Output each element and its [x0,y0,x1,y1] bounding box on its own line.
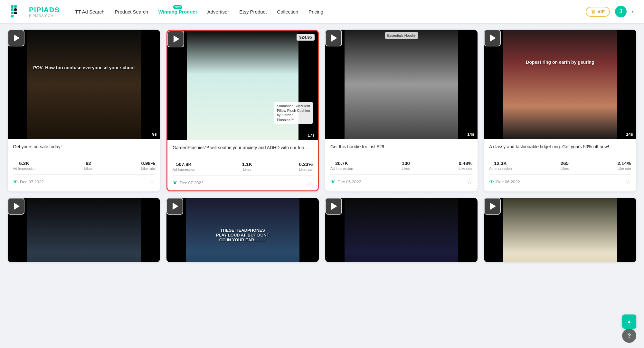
svg-rect-1 [11,8,14,11]
nav-collection[interactable]: Collection [277,9,298,15]
stats-row: 20.7K Ad Impression 100 Likes 0.48% Like… [330,160,472,170]
ad-card[interactable]: La carcasa de teléfonomás bonita del mer… [484,198,636,262]
nav-winning-product[interactable]: New Winning Product [158,9,197,15]
like-rate-value: 2.14% [617,160,631,166]
logo-sub: PIPIADS.COM [29,14,60,18]
eye-icon: 👁 [13,179,18,185]
play-button[interactable] [8,198,24,215]
eye-icon: 👁 [173,180,178,186]
vip-label: VIP [597,9,605,14]
like-rate-label: Like rate [299,168,313,171]
card-footer: 👁 Dec 07 2022 ☆ [13,174,155,186]
stat-like-rate: 0.48% Like rate [459,160,472,170]
play-button[interactable] [8,30,24,46]
card-title: Get yours on sale today! [13,144,155,157]
nav-advertiser[interactable]: Advertiser [207,9,229,15]
svg-rect-2 [11,12,14,14]
card-thumbnail: Trying out theTiktok viralDress in [8,198,160,262]
ad-card[interactable]: $24.95 Simulation Succulent Pillow Plush… [166,30,319,191]
stat-likes: 100 Likes [402,160,410,170]
likes-value: 1.1K [242,161,252,167]
card-title: GardenPlushies™ will soothe your anxiety… [173,145,313,158]
likes-value: 265 [561,160,569,166]
impression-label: Ad Impression [13,167,35,170]
card-date: Dec 06 2022 [496,179,520,184]
likes-label: Likes [242,168,252,171]
logo[interactable]: PiPiADS PIPIADS.COM [10,4,60,19]
nav-tt-ad-search[interactable]: TT Ad Search [75,9,104,15]
eye-icon: 👁 [330,179,336,185]
like-rate-value: 0.23% [299,161,313,167]
card-thumbnail: POV: How too confuse everyone at your sc… [8,30,160,139]
card-thumbnail: $24.95 Simulation Succulent Pillow Plush… [167,31,318,140]
duration-badge: 9s [152,132,157,137]
play-button[interactable] [325,30,342,46]
card-body: Get yours on sale today! 6.2K Ad Impress… [8,139,160,189]
crown-icon: ♛ [591,9,595,15]
card-date: Dec 07 2022 [180,180,204,185]
star-icon[interactable]: ☆ [467,178,472,186]
stats-row: 6.2K Ad Impression 62 Likes 0.98% Like r… [13,160,155,170]
card-thumbnail: La carcasa de teléfonomás bonita del mer… [484,198,636,262]
nav-etsy-product[interactable]: Etsy Product [239,9,267,15]
logo-text: PiPiADS PIPIADS.COM [29,6,60,18]
play-button[interactable] [484,198,501,215]
card-title: A classy and fashionable fidget ring. Ge… [489,144,631,157]
stat-likes: 265 Likes [561,160,569,170]
stat-likes: 62 Likes [84,160,93,170]
star-icon[interactable]: ☆ [625,178,631,186]
like-rate-label: Like rate [141,167,155,170]
star-icon[interactable]: ☆ [149,178,155,186]
ad-grid: POV: How too confuse everyone at your sc… [0,23,644,269]
play-button[interactable] [325,198,342,215]
eye-date: 👁 Dec 06 2022 [330,179,361,185]
new-badge: New [173,5,183,9]
duration-badge: 14s [467,132,474,137]
play-button[interactable] [167,31,184,47]
stat-like-rate: 0.98% Like rate [141,160,155,170]
impression-value: 6.2K [13,160,35,166]
dropdown-arrow-icon[interactable]: ▾ [632,9,634,14]
ad-card[interactable] [325,198,478,262]
ad-card[interactable]: THESE HEADPHONESPLAY LOUD AF BUT DONTGO … [166,198,319,262]
nav-right: ♛ VIP J ▾ [586,6,634,17]
nav-pricing[interactable]: Pricing [308,9,323,15]
card-thumbnail: Essentials Hoodie 14s [325,30,478,139]
card-thumbnail: Dopest ring on earth by geuring 14s [484,30,636,139]
star-icon[interactable]: ☆ [307,179,313,187]
ad-card[interactable]: Trying out theTiktok viralDress in [8,198,160,262]
impression-value: 20.7K [330,160,353,166]
likes-value: 100 [402,160,410,166]
nav-product-search[interactable]: Product Search [115,9,148,15]
stat-like-rate: 0.23% Like rate [299,161,313,171]
card-footer: 👁 Dec 06 2022 ☆ [330,174,472,186]
vip-button[interactable]: ♛ VIP [586,7,610,17]
play-button[interactable] [484,30,501,46]
like-rate-label: Like rate [459,167,472,170]
impression-value: 507.8K [173,161,195,167]
logo-main: PiPiADS [29,6,60,14]
like-rate-value: 0.48% [459,160,472,166]
ad-card[interactable]: Essentials Hoodie 14s Get this hoodie fo… [325,30,478,191]
ad-card[interactable]: Dopest ring on earth by geuring 14s A cl… [484,30,636,191]
navbar: PiPiADS PIPIADS.COM TT Ad Search Product… [0,0,644,23]
like-rate-label: Like rate [617,167,631,170]
stat-impressions: 12.3K Ad Impression [489,160,512,170]
card-body: GardenPlushies™ will soothe your anxiety… [167,140,318,190]
card-thumbnail: THESE HEADPHONESPLAY LOUD AF BUT DONTGO … [166,198,319,262]
card-footer: 👁 Dec 06 2022 ☆ [489,174,631,186]
ad-card[interactable]: POV: How too confuse everyone at your sc… [8,30,160,191]
stat-impressions: 6.2K Ad Impression [13,160,35,170]
impression-label: Ad Impression [330,167,353,170]
svg-rect-4 [14,5,17,8]
avatar[interactable]: J [615,6,627,17]
impression-value: 12.3K [489,160,512,166]
impression-label: Ad Impression [173,168,195,171]
stat-impressions: 507.8K Ad Impression [173,161,195,171]
likes-label: Likes [84,167,93,170]
play-button[interactable] [166,198,183,215]
impression-label: Ad Impression [489,167,512,170]
logo-icon [10,4,26,19]
stats-row: 12.3K Ad Impression 265 Likes 2.14% Like… [489,160,631,170]
svg-rect-0 [11,5,14,8]
